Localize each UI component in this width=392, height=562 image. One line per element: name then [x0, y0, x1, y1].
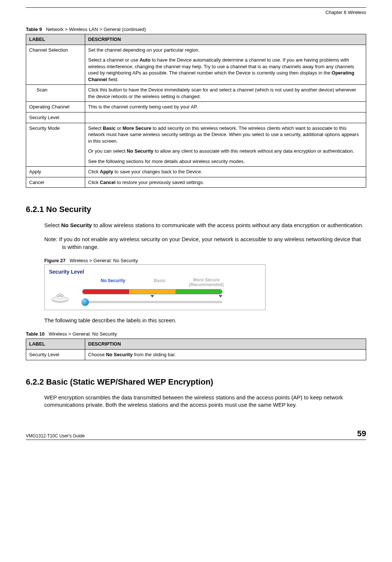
security-slider-row	[49, 289, 261, 303]
figure27-panel-title: Security Level	[49, 268, 261, 275]
security-color-bar	[82, 289, 222, 294]
row-desc-security-level	[85, 112, 366, 123]
cs-p2a: Select a channel or use	[88, 57, 139, 63]
table9-head-desc: DESCRIPTION	[85, 34, 366, 45]
row-label-t10-security-level: Security Level	[26, 349, 85, 360]
sm-p3: See the following sections for more deta…	[88, 158, 363, 165]
cancel-d3: to restore your previously saved setting…	[115, 180, 204, 185]
footer-guide: VMG1312-T10C User's Guide	[26, 433, 85, 439]
row-label-channel-selection: Channel Selection	[26, 45, 85, 85]
label-more-secure-l2: (Recommended)	[189, 282, 224, 287]
table9-caption-text: Network > Wireless LAN > General (contin…	[46, 27, 146, 32]
sm-p1: Select Basic or More Secure to add secur…	[88, 125, 363, 145]
label-basic: Basic	[136, 278, 183, 287]
table-row: Security Level	[26, 112, 366, 123]
figure27-caption: Figure 27 Wireless > General: No Securit…	[44, 257, 366, 264]
label-more-secure: More Secure (Recommended)	[183, 278, 230, 287]
security-bar-wrap	[82, 289, 222, 303]
row-desc-scan: Click this button to have the Device imm…	[85, 85, 366, 102]
table10-number: Table 10	[26, 331, 45, 337]
row-label-scan: Scan	[26, 85, 85, 102]
apply-d3: to save your changes back to the Device.	[113, 169, 202, 174]
row-label-security-mode: Security Mode	[26, 123, 85, 167]
table9-caption: Table 9 Network > Wireless LAN > General…	[26, 26, 366, 33]
row-label-security-level: Security Level	[26, 112, 85, 123]
table10-header-row: LABEL DESCRIPTION	[26, 339, 366, 350]
row-desc-apply: Click Apply to save your changes back to…	[85, 167, 366, 177]
table10-caption-text: Wireless > General: No Security	[49, 331, 117, 337]
table-row: Security Level Choose No Security from t…	[26, 349, 366, 360]
t10-d3: from the sliding bar.	[133, 352, 176, 357]
cs-p2: Select a channel or use Auto to have the…	[88, 57, 363, 83]
sm-p1d: More Secure	[122, 125, 151, 131]
table-row: Cancel Click Cancel to restore your prev…	[26, 177, 366, 188]
post-figure-text: The following table describes the labels…	[44, 317, 366, 324]
cs-p2e: field.	[107, 77, 118, 82]
figure27-caption-text: Wireless > General: No Security	[70, 258, 138, 263]
security-slider[interactable]	[82, 301, 222, 303]
sm-p1c: or	[115, 125, 122, 131]
security-level-labels: No Security Basic More Secure (Recommend…	[90, 278, 230, 287]
bar-ticks	[82, 295, 222, 299]
row-desc-channel-selection: Set the channel depending on your partic…	[85, 45, 366, 85]
table9: LABEL DESCRIPTION Channel Selection Set …	[26, 34, 366, 188]
heading-6-2-2: 6.2.2 Basic (Static WEP/Shared WEP Encry…	[26, 377, 366, 388]
table9-header-row: LABEL DESCRIPTION	[26, 34, 366, 45]
row-desc-operating-channel: This is the channel currently being used…	[85, 102, 366, 112]
sec621-p1b: No Security	[61, 222, 92, 228]
sm-p1a: Select	[88, 125, 103, 131]
apply-d1: Click	[88, 169, 100, 174]
row-label-operating-channel: Operating Channel	[26, 102, 85, 112]
cs-p2b: Auto	[139, 57, 150, 63]
t10-d2: No Security	[106, 352, 132, 357]
table-row: Channel Selection Set the channel depend…	[26, 45, 366, 85]
table10: LABEL DESCRIPTION Security Level Choose …	[26, 339, 366, 360]
row-label-apply: Apply	[26, 167, 85, 177]
tick-icon	[150, 295, 154, 298]
sec622-p1: WEP encryption scrambles the data transm…	[44, 394, 366, 409]
sec621-p1c: to allow wireless stations to communicat…	[92, 222, 363, 228]
figure27-panel: Security Level No Security Basic More Se…	[44, 264, 266, 310]
table10-caption: Table 10 Wireless > General: No Security	[26, 331, 366, 337]
table-row: Scan Click this button to have the Devic…	[26, 85, 366, 102]
bar-segment-yellow	[129, 289, 176, 294]
cancel-d1: Click	[88, 180, 100, 185]
t10-d1: Choose	[88, 352, 106, 357]
heading-6-2-1: 6.2.1 No Security	[26, 204, 366, 215]
sec621-note: Note: If you do not enable any wireless …	[44, 236, 366, 251]
table-row: Security Mode Select Basic or More Secur…	[26, 123, 366, 167]
figure27-number: Figure 27	[44, 258, 66, 263]
bar-segment-green	[176, 289, 222, 294]
apply-d2: Apply	[100, 169, 113, 174]
sm-p2b: No Security	[127, 148, 153, 154]
svg-point-1	[52, 296, 68, 302]
table-row: Operating Channel This is the channel cu…	[26, 102, 366, 112]
row-label-cancel: Cancel	[26, 177, 85, 188]
sm-p2c: to allow any client to associate with th…	[153, 148, 354, 154]
sm-p1b: Basic	[103, 125, 116, 131]
table9-number: Table 9	[26, 27, 42, 32]
cancel-d2: Cancel	[100, 180, 116, 185]
row-desc-t10-security-level: Choose No Security from the sliding bar.	[85, 349, 366, 360]
sec621-p1: Select No Security to allow wireless sta…	[44, 222, 366, 229]
label-more-secure-l1: More Secure	[193, 277, 220, 282]
page-footer: VMG1312-T10C User's Guide 59	[26, 428, 366, 440]
sec621-p1a: Select	[44, 222, 61, 228]
row-desc-security-mode: Select Basic or More Secure to add secur…	[85, 123, 366, 167]
table9-head-label: LABEL	[26, 34, 85, 45]
table10-head-label: LABEL	[26, 339, 85, 350]
top-rule	[26, 7, 366, 8]
slider-thumb[interactable]	[81, 298, 89, 306]
chapter-header: Chapter 6 Wireless	[26, 9, 366, 16]
wireless-icon	[49, 289, 71, 303]
cs-p1: Set the channel depending on your partic…	[88, 47, 363, 53]
sm-p2a: Or you can select	[88, 148, 127, 154]
sm-p2: Or you can select No Security to allow a…	[88, 148, 363, 155]
label-no-security: No Security	[90, 278, 136, 287]
bar-segment-red	[83, 289, 129, 294]
row-desc-cancel: Click Cancel to restore your previously …	[85, 177, 366, 188]
footer-page-number: 59	[357, 428, 366, 439]
tick-icon	[219, 295, 222, 298]
table10-head-desc: DESCRIPTION	[85, 339, 366, 350]
table-row: Apply Click Apply to save your changes b…	[26, 167, 366, 177]
